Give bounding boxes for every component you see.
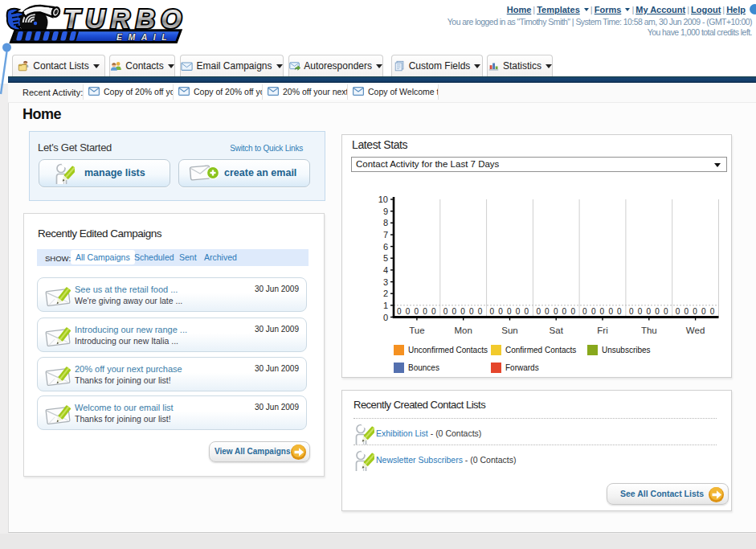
svg-text:9: 9	[383, 207, 388, 216]
svg-text:0: 0	[562, 307, 567, 316]
svg-text:0: 0	[478, 307, 483, 316]
svg-text:7: 7	[383, 230, 388, 240]
svg-text:0: 0	[638, 307, 643, 316]
svg-text:0: 0	[701, 307, 706, 316]
svg-text:5: 5	[383, 253, 388, 263]
svg-text:0: 0	[608, 307, 613, 316]
svg-text:3: 3	[383, 277, 388, 287]
svg-text:0: 0	[406, 307, 411, 316]
svg-text:0: 0	[582, 307, 587, 316]
svg-text:0: 0	[507, 307, 512, 316]
svg-text:0: 0	[423, 307, 427, 316]
svg-text:0: 0	[545, 307, 550, 316]
svg-text:0: 0	[591, 307, 596, 316]
svg-text:Sat: Sat	[550, 326, 564, 335]
svg-text:0: 0	[431, 307, 436, 316]
svg-text:Thu: Thu	[641, 326, 657, 335]
svg-text:0: 0	[664, 307, 668, 316]
svg-text:0: 0	[397, 307, 402, 316]
svg-text:0: 0	[617, 307, 622, 316]
svg-text:0: 0	[383, 313, 388, 322]
svg-text:8: 8	[383, 218, 388, 227]
svg-text:10: 10	[378, 195, 388, 204]
svg-text:0: 0	[570, 307, 575, 316]
svg-text:0: 0	[710, 307, 715, 316]
svg-text:0: 0	[452, 307, 457, 316]
svg-text:Sun: Sun	[501, 326, 517, 335]
svg-text:0: 0	[676, 307, 680, 316]
svg-text:0: 0	[443, 307, 448, 316]
svg-text:EMAIL: EMAIL	[116, 32, 173, 42]
svg-text:Mon: Mon	[455, 326, 472, 335]
svg-text:0: 0	[490, 307, 495, 316]
svg-text:0: 0	[415, 307, 419, 316]
svg-text:1: 1	[383, 301, 388, 310]
svg-text:0: 0	[693, 307, 697, 316]
svg-text:0: 0	[684, 307, 689, 316]
svg-text:0: 0	[498, 307, 503, 316]
svg-text:0: 0	[516, 307, 521, 316]
svg-text:2: 2	[383, 289, 388, 298]
svg-text:0: 0	[554, 307, 558, 316]
svg-text:0: 0	[646, 307, 651, 316]
svg-text:0: 0	[600, 307, 605, 316]
svg-text:4: 4	[383, 265, 388, 275]
svg-text:Fri: Fri	[597, 326, 607, 335]
svg-text:0: 0	[460, 307, 465, 316]
svg-text:0: 0	[536, 307, 541, 316]
svg-text:0: 0	[469, 307, 474, 316]
svg-text:0: 0	[629, 307, 634, 316]
svg-text:0: 0	[655, 307, 660, 316]
svg-text:6: 6	[383, 242, 388, 252]
svg-text:Tue: Tue	[409, 326, 424, 335]
svg-text:0: 0	[525, 307, 529, 316]
svg-text:Wed: Wed	[686, 326, 705, 335]
